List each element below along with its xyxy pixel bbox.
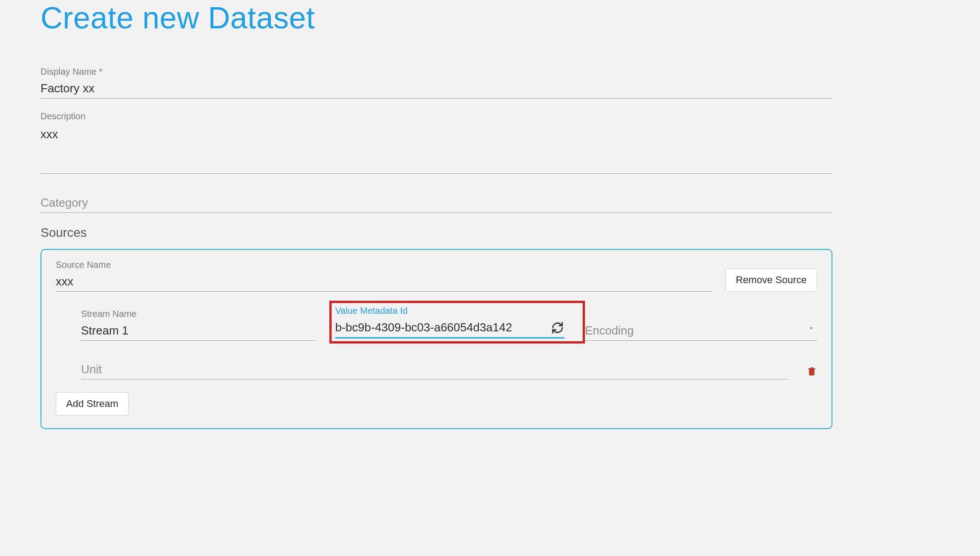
- stream-name-label: Stream Name: [81, 309, 315, 319]
- description-field: Description xxx: [40, 111, 832, 176]
- add-stream-button[interactable]: Add Stream: [56, 392, 129, 416]
- description-input[interactable]: xxx: [40, 124, 832, 174]
- description-label: Description: [40, 111, 832, 122]
- category-field: [40, 194, 832, 213]
- category-input[interactable]: [40, 194, 832, 213]
- sources-panel: Source Name Remove Source Stream Name Va…: [40, 249, 832, 429]
- stream-row: Stream Name Value Metadata Id: [81, 303, 817, 341]
- source-name-label: Source Name: [56, 260, 712, 270]
- unit-input[interactable]: [81, 361, 788, 380]
- remove-source-button[interactable]: Remove Source: [725, 268, 817, 292]
- trash-icon[interactable]: [806, 366, 817, 379]
- refresh-icon[interactable]: [551, 321, 565, 335]
- value-metadata-id-input[interactable]: [335, 319, 565, 339]
- display-name-input[interactable]: [40, 80, 832, 99]
- sources-heading: Sources: [40, 226, 832, 240]
- display-name-label: Display Name *: [40, 67, 832, 77]
- source-name-input[interactable]: [56, 273, 712, 292]
- stream-name-input[interactable]: [81, 322, 315, 341]
- page-title: Create new Dataset: [40, 0, 832, 35]
- value-metadata-id-label: Value Metadata Id: [335, 306, 565, 316]
- encoding-select[interactable]: [585, 322, 817, 341]
- metadata-highlight-box: Value Metadata Id: [329, 301, 585, 344]
- chevron-down-icon[interactable]: [807, 324, 815, 335]
- display-name-field: Display Name *: [40, 67, 832, 99]
